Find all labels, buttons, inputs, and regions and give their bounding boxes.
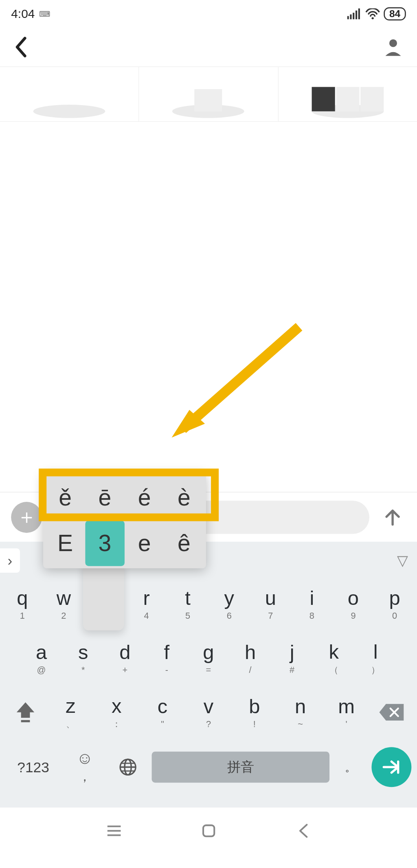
key-j[interactable]: j#	[273, 634, 311, 683]
cell-signal-icon	[347, 8, 362, 19]
app-header	[0, 28, 417, 66]
nav-bar	[0, 809, 417, 853]
keyboard-row-3: z、 x： c" v? b! n~ m'	[0, 688, 417, 737]
svg-rect-4	[358, 8, 360, 19]
svg-rect-3	[356, 11, 357, 20]
back-button[interactable]	[14, 36, 29, 58]
keyboard: › ▽ q1 w2 e3 r4 t5 y6 u7 i8 o9 p0 a@ s* …	[0, 542, 417, 808]
key-h[interactable]: h/	[231, 634, 269, 683]
profile-icon[interactable]	[383, 37, 403, 57]
key-l[interactable]: l）	[356, 634, 395, 683]
wifi-icon	[365, 8, 380, 19]
svg-rect-1	[350, 14, 351, 19]
accent-popup-stem	[83, 564, 124, 630]
key-p[interactable]: p0	[375, 579, 413, 628]
shift-key[interactable]	[3, 688, 48, 737]
accent-option[interactable]: è	[164, 475, 204, 521]
space-key[interactable]: 拼音	[152, 752, 329, 782]
key-x[interactable]: x：	[94, 688, 140, 737]
key-w[interactable]: w2	[45, 579, 83, 628]
accent-option[interactable]: E	[46, 521, 85, 566]
keyboard-expand-button[interactable]: ›	[0, 548, 20, 573]
period-key[interactable]: 。	[334, 760, 367, 775]
key-n[interactable]: n~	[277, 688, 323, 737]
clock: 4:04	[11, 7, 35, 21]
svg-rect-17	[203, 825, 214, 836]
emoji-key[interactable]: ☺ ，	[65, 745, 104, 789]
key-o[interactable]: o9	[334, 579, 372, 628]
svg-point-6	[389, 40, 397, 47]
tab-1[interactable]	[0, 67, 139, 121]
accent-popup: ě ē é è E 3 e ê	[43, 473, 206, 568]
nav-back-button[interactable]	[292, 823, 314, 839]
key-k[interactable]: k（	[314, 634, 353, 683]
svg-rect-2	[353, 13, 354, 19]
key-r[interactable]: r4	[127, 579, 165, 628]
svg-point-5	[371, 17, 373, 19]
key-u[interactable]: u7	[252, 579, 290, 628]
accent-option[interactable]: e	[125, 521, 164, 566]
key-d[interactable]: d+	[106, 634, 144, 683]
add-button[interactable]: ＋	[11, 501, 42, 532]
key-y[interactable]: y6	[210, 579, 248, 628]
battery-indicator: 84	[384, 7, 406, 21]
key-c[interactable]: c"	[140, 688, 186, 737]
nav-home-button[interactable]	[198, 824, 219, 838]
key-m[interactable]: m'	[323, 688, 369, 737]
annotation-arrow	[166, 321, 310, 446]
enter-key[interactable]	[371, 747, 411, 787]
accent-option[interactable]: ě	[46, 475, 85, 521]
send-up-button[interactable]	[379, 508, 406, 526]
svg-rect-8	[21, 720, 30, 722]
backspace-key[interactable]	[369, 688, 414, 737]
tab-3[interactable]	[279, 67, 417, 121]
keyboard-row-1: q1 w2 e3 r4 t5 y6 u7 i8 o9 p0	[0, 579, 417, 628]
keyboard-indicator-icon: ⌨	[39, 9, 49, 18]
tab-2[interactable]	[139, 67, 279, 121]
language-key[interactable]	[109, 745, 147, 789]
key-v[interactable]: v?	[186, 688, 232, 737]
key-g[interactable]: g=	[189, 634, 228, 683]
symbols-key[interactable]: ?123	[6, 745, 61, 789]
tabs-row	[0, 66, 417, 122]
keyboard-bottom-row: ?123 ☺ ， 拼音 。	[0, 742, 417, 792]
accent-option[interactable]: ê	[164, 521, 204, 566]
key-q[interactable]: q1	[3, 579, 41, 628]
key-f[interactable]: f-	[147, 634, 186, 683]
key-i[interactable]: i8	[293, 579, 331, 628]
accent-option[interactable]: é	[125, 475, 164, 521]
key-a[interactable]: a@	[22, 634, 60, 683]
keyboard-row-2: a@ s* d+ f- g= h/ j# k（ l）	[0, 634, 417, 683]
emoji-icon: ☺	[76, 749, 93, 767]
key-t[interactable]: t5	[169, 579, 206, 628]
accent-option[interactable]: ē	[85, 475, 125, 521]
key-s[interactable]: s*	[64, 634, 102, 683]
nav-recent-button[interactable]	[103, 824, 125, 837]
status-bar: 4:04 ⌨ 84	[0, 0, 417, 28]
key-b[interactable]: b!	[231, 688, 277, 737]
svg-rect-0	[347, 16, 349, 19]
svg-line-7	[183, 327, 299, 429]
keyboard-collapse-icon[interactable]: ▽	[397, 552, 408, 569]
key-z[interactable]: z、	[48, 688, 94, 737]
accent-option-active[interactable]: 3	[85, 521, 125, 566]
